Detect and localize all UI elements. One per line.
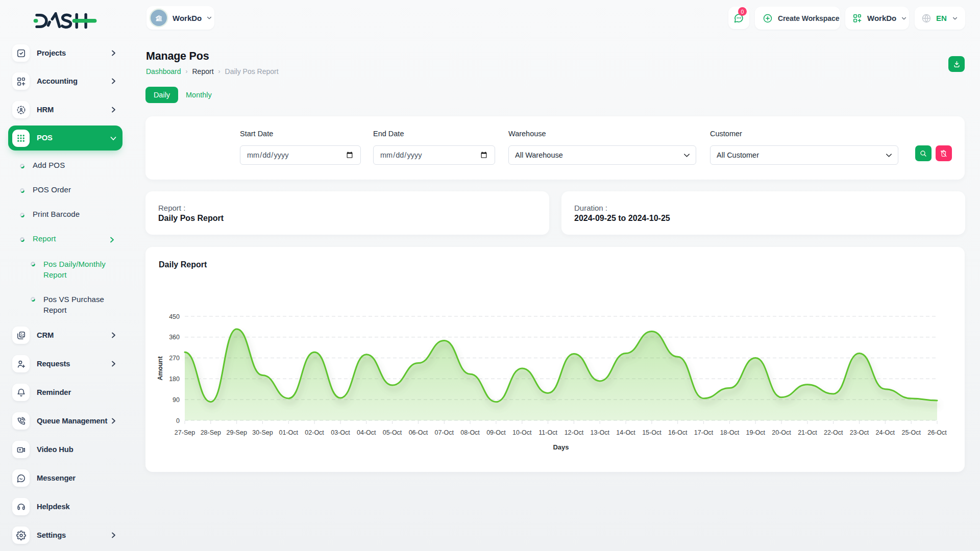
svg-text:270: 270	[169, 355, 180, 362]
svg-text:23-Oct: 23-Oct	[850, 429, 869, 436]
svg-text:22-Oct: 22-Oct	[824, 429, 843, 436]
svg-text:0: 0	[176, 417, 180, 424]
svg-text:21-Oct: 21-Oct	[798, 429, 817, 436]
svg-text:04-Oct: 04-Oct	[357, 429, 376, 436]
svg-text:03-Oct: 03-Oct	[331, 429, 350, 436]
svg-text:Amount: Amount	[157, 356, 164, 381]
svg-text:02-Oct: 02-Oct	[305, 429, 324, 436]
svg-text:13-Oct: 13-Oct	[590, 429, 609, 436]
svg-text:05-Oct: 05-Oct	[383, 429, 402, 436]
svg-text:28-Sep: 28-Sep	[201, 429, 221, 436]
svg-text:19-Oct: 19-Oct	[746, 429, 765, 436]
svg-text:12-Oct: 12-Oct	[565, 429, 584, 436]
svg-text:180: 180	[169, 375, 180, 383]
svg-text:20-Oct: 20-Oct	[772, 429, 791, 436]
svg-text:26-Oct: 26-Oct	[927, 429, 947, 436]
svg-text:25-Oct: 25-Oct	[901, 429, 921, 436]
svg-text:Days: Days	[553, 443, 569, 451]
svg-text:27-Sep: 27-Sep	[175, 429, 195, 436]
svg-text:30-Sep: 30-Sep	[252, 429, 273, 436]
svg-text:10-Oct: 10-Oct	[512, 429, 532, 436]
svg-text:06-Oct: 06-Oct	[409, 429, 428, 436]
svg-text:14-Oct: 14-Oct	[616, 429, 635, 436]
svg-text:450: 450	[169, 313, 180, 320]
svg-text:01-Oct: 01-Oct	[279, 429, 299, 436]
svg-text:07-Oct: 07-Oct	[435, 429, 454, 436]
svg-text:11-Oct: 11-Oct	[538, 429, 557, 436]
svg-text:08-Oct: 08-Oct	[460, 429, 480, 436]
svg-text:24-Oct: 24-Oct	[876, 429, 895, 436]
svg-text:29-Sep: 29-Sep	[227, 429, 247, 436]
svg-text:16-Oct: 16-Oct	[668, 429, 688, 436]
svg-text:17-Oct: 17-Oct	[694, 429, 714, 436]
svg-text:15-Oct: 15-Oct	[642, 429, 662, 436]
svg-text:09-Oct: 09-Oct	[486, 429, 506, 436]
svg-text:90: 90	[173, 396, 180, 404]
svg-text:360: 360	[169, 334, 180, 341]
svg-text:18-Oct: 18-Oct	[720, 429, 740, 436]
